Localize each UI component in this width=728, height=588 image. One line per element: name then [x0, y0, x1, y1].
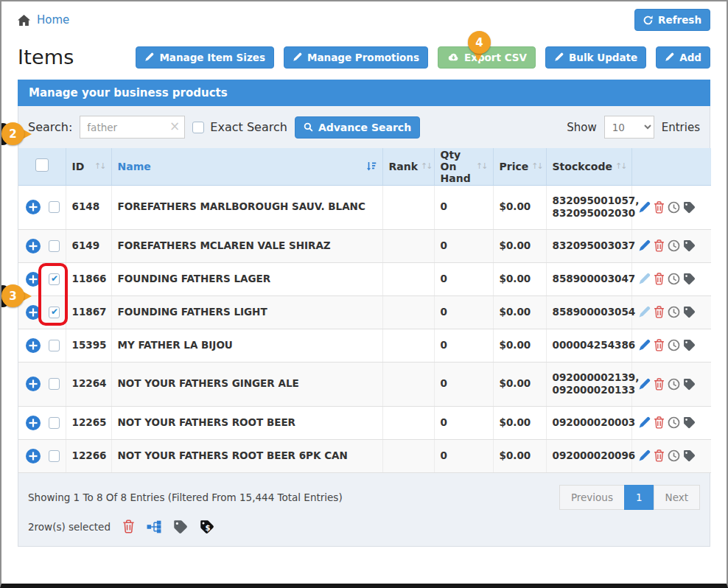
expand-row-icon[interactable]	[26, 200, 41, 214]
annotation-highlight-box	[38, 263, 68, 326]
tag-icon[interactable]	[683, 339, 696, 351]
manage-item-sizes-button[interactable]: Manage Item Sizes	[136, 46, 274, 69]
tag-icon[interactable]	[683, 273, 696, 285]
annotation-badge-number: 4	[468, 31, 491, 54]
item-name: FOREFATHERS MARLBOROUGH SAUV. BLANC	[111, 185, 382, 229]
header-stockcode[interactable]: Stockcode↑↓	[546, 148, 631, 185]
sort-icon[interactable]: ↑↓	[615, 161, 626, 171]
delete-icon[interactable]	[654, 273, 665, 285]
previous-page-button[interactable]: Previous	[559, 485, 625, 510]
delete-selected-icon[interactable]	[122, 519, 135, 533]
tag-icon[interactable]	[683, 239, 696, 252]
delete-icon[interactable]	[654, 239, 665, 252]
edit-icon[interactable]	[638, 449, 651, 462]
edit-icon[interactable]	[638, 239, 651, 252]
expand-row-icon[interactable]	[26, 239, 41, 253]
advance-search-button[interactable]: Advance Search	[295, 116, 420, 139]
delete-icon[interactable]	[654, 201, 665, 214]
row-checkbox[interactable]	[49, 201, 60, 213]
sort-icon[interactable]: ↑↓	[476, 161, 486, 171]
row-checkbox[interactable]	[49, 378, 60, 390]
panel-body: Search: × Exact Search Advance Search	[18, 106, 710, 547]
tag-icon[interactable]	[683, 378, 696, 391]
annotation-badge-4: 4	[468, 31, 491, 61]
tag-icon[interactable]	[683, 449, 696, 462]
showing-entries-text: Showing 1 To 8 Of 8 Entries (Filtered Fr…	[28, 491, 343, 503]
history-icon[interactable]	[668, 378, 680, 391]
item-qty: 0	[434, 329, 493, 362]
item-rank	[382, 295, 434, 329]
history-icon[interactable]	[668, 416, 680, 429]
item-rank	[382, 406, 434, 439]
delete-icon[interactable]	[654, 306, 665, 318]
page-size-select[interactable]: 10	[604, 116, 654, 139]
tag-icon[interactable]	[683, 416, 696, 429]
item-name: MY FATHER LA BIJOU	[111, 329, 382, 362]
sort-icon[interactable]: ↑↓	[421, 161, 431, 171]
row-checkbox[interactable]	[49, 340, 60, 351]
header-id[interactable]: ID↑↓	[66, 148, 111, 185]
history-icon[interactable]	[668, 449, 680, 462]
history-icon[interactable]	[668, 339, 680, 351]
delete-icon[interactable]	[654, 339, 665, 351]
delete-icon[interactable]	[654, 378, 665, 391]
edit-icon[interactable]	[638, 416, 651, 429]
item-rank	[382, 185, 434, 229]
edit-icon[interactable]	[638, 306, 651, 318]
header-qty[interactable]: Qty On Hand↑↓	[434, 148, 493, 185]
sort-icon[interactable]: ↑↓	[94, 161, 105, 171]
table-row: 6148 FOREFATHERS MARLBOROUGH SAUV. BLANC…	[18, 185, 711, 229]
delete-icon[interactable]	[654, 449, 665, 462]
select-all-header[interactable]	[18, 148, 66, 185]
edit-icon[interactable]	[638, 339, 651, 351]
expand-row-icon[interactable]	[26, 338, 41, 353]
price-tag-icon[interactable]	[200, 519, 214, 534]
select-all-checkbox[interactable]	[35, 158, 49, 172]
header-rank[interactable]: Rank↑↓	[382, 148, 434, 185]
search-row: Search: × Exact Search Advance Search	[18, 106, 710, 148]
panel-header: Manage your business products	[18, 80, 710, 106]
tag-icon[interactable]	[683, 201, 696, 214]
home-icon	[18, 15, 30, 26]
expand-row-icon[interactable]	[26, 377, 41, 391]
breadcrumb-home-link[interactable]: Home	[37, 13, 69, 27]
sort-desc-icon[interactable]	[366, 161, 377, 172]
cloud-download-icon	[447, 52, 459, 62]
row-checkbox[interactable]	[49, 417, 60, 429]
item-name: FOUNDING FATHERS LAGER	[111, 262, 382, 295]
manage-promotions-button[interactable]: Manage Promotions	[284, 46, 428, 69]
next-page-button[interactable]: Next	[654, 485, 700, 510]
history-icon[interactable]	[668, 306, 680, 318]
sort-icon[interactable]: ↑↓	[531, 161, 542, 171]
header-price[interactable]: Price↑↓	[493, 148, 546, 185]
bulk-update-button[interactable]: Bulk Update	[545, 46, 646, 69]
expand-row-icon[interactable]	[26, 449, 41, 463]
tag-selected-icon[interactable]	[173, 519, 188, 534]
table-row: 6149 FOREFATHERS MCLAREN VALE SHIRAZ 0 $…	[18, 229, 711, 262]
edit-icon[interactable]	[638, 201, 651, 214]
header-name[interactable]: Name	[111, 148, 382, 185]
exact-search-checkbox[interactable]	[192, 122, 204, 133]
history-icon[interactable]	[668, 239, 680, 252]
edit-icon[interactable]	[638, 378, 651, 391]
breadcrumb[interactable]: Home	[18, 13, 69, 27]
item-price: $0.00	[493, 185, 546, 229]
row-checkbox[interactable]	[49, 240, 60, 252]
expand-row-icon[interactable]	[26, 416, 41, 430]
pencil-icon	[665, 52, 674, 62]
item-name: NOT YOUR FATHERS GINGER ALE	[111, 362, 382, 406]
edit-icon[interactable]	[638, 273, 651, 285]
tag-icon[interactable]	[683, 306, 696, 318]
refresh-button[interactable]: Refresh	[634, 9, 710, 31]
add-button[interactable]: Add	[656, 46, 710, 69]
add-label: Add	[679, 52, 701, 63]
page-1-button[interactable]: 1	[624, 485, 654, 510]
annotation-badge-2: 2	[1, 122, 32, 145]
clear-search-icon[interactable]: ×	[169, 119, 180, 133]
advance-search-label: Advance Search	[318, 122, 411, 133]
delete-icon[interactable]	[654, 416, 665, 429]
row-checkbox[interactable]	[49, 450, 60, 462]
sitemap-icon[interactable]	[147, 520, 161, 533]
history-icon[interactable]	[668, 201, 680, 214]
history-icon[interactable]	[668, 273, 680, 285]
